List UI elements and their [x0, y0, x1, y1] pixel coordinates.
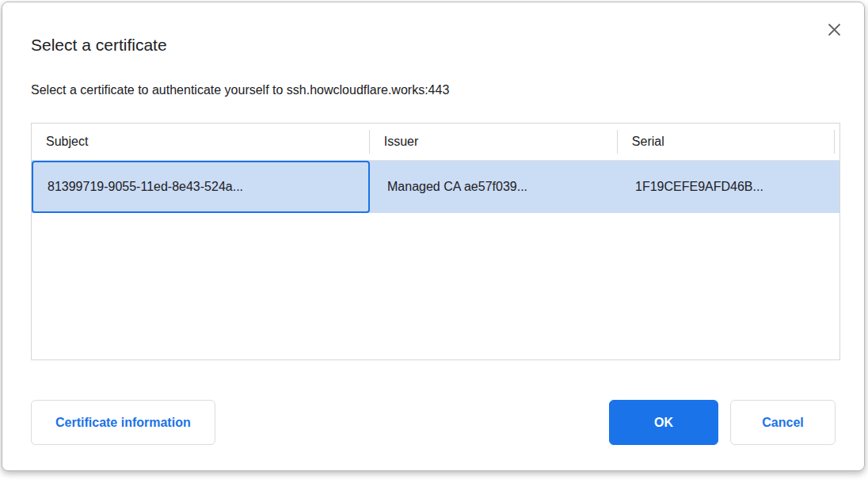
column-header-issuer: Issuer	[370, 124, 617, 160]
dialog-subtitle: Select a certificate to authenticate you…	[31, 82, 836, 99]
dialog-title: Select a certificate	[31, 34, 836, 56]
cell-subject: 81399719-9055-11ed-8e43-524a...	[32, 161, 370, 213]
ok-button[interactable]: OK	[609, 400, 718, 445]
cancel-button[interactable]: Cancel	[730, 400, 836, 445]
table-body: 81399719-9055-11ed-8e43-524a... Managed …	[32, 161, 839, 360]
cell-serial: 1F19CEFE9AFD46B...	[618, 161, 835, 213]
certificate-information-button[interactable]: Certificate information	[31, 400, 215, 445]
certificate-table: Subject Issuer Serial 81399719-9055-11ed…	[31, 123, 840, 360]
column-header-serial: Serial	[618, 124, 834, 160]
column-gutter	[835, 124, 839, 160]
table-header-row: Subject Issuer Serial	[32, 124, 839, 161]
footer-action-buttons: OK Cancel	[609, 400, 836, 445]
close-button[interactable]	[824, 20, 843, 39]
cell-issuer: Managed CA ae57f039...	[370, 161, 618, 213]
certificate-row-selected[interactable]: 81399719-9055-11ed-8e43-524a... Managed …	[32, 161, 839, 213]
dialog-footer: Certificate information OK Cancel	[31, 400, 836, 445]
column-header-subject: Subject	[32, 124, 369, 160]
select-certificate-dialog: Select a certificate Select a certificat…	[2, 2, 865, 471]
close-icon	[828, 23, 841, 36]
